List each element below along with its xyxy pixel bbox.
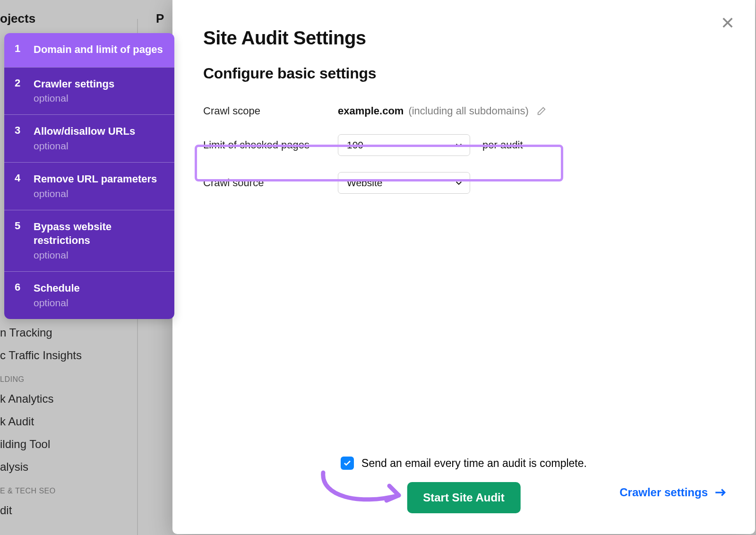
step-domain-limit[interactable]: 1 Domain and limit of pages (4, 33, 174, 67)
crawl-scope-domain: example.com (338, 105, 404, 117)
row-crawl-source: Crawl source Website (203, 168, 727, 198)
step-number: 6 (15, 281, 34, 293)
email-on-complete-row: Send an email every time an audit is com… (341, 457, 587, 470)
step-number: 3 (15, 124, 34, 137)
limit-pages-value: 100 (347, 139, 363, 151)
step-optional: optional (34, 250, 164, 261)
footer-actions: Start Site Audit Crawler settings (172, 482, 755, 515)
step-crawler-settings[interactable]: 2 Crawler settings optional (4, 67, 174, 115)
next-crawler-settings-button[interactable]: Crawler settings (619, 486, 727, 499)
crawl-source-select[interactable]: Website (338, 172, 470, 194)
step-optional: optional (34, 140, 164, 152)
step-schedule[interactable]: 6 Schedule optional (4, 271, 174, 319)
crawl-scope-label: Crawl scope (203, 105, 338, 117)
pencil-icon (536, 106, 547, 116)
modal-content: Site Audit Settings Configure basic sett… (203, 27, 727, 198)
chevron-down-icon (455, 179, 463, 187)
limit-pages-select[interactable]: 100 (338, 134, 470, 156)
next-button-label: Crawler settings (619, 486, 708, 499)
modal-subtitle: Configure basic settings (203, 65, 727, 82)
step-optional: optional (34, 188, 164, 199)
site-audit-settings-modal: Site Audit Settings Configure basic sett… (172, 0, 755, 534)
row-crawl-scope: Crawl scope example.com (including all s… (203, 96, 727, 126)
row-limit-pages: Limit of checked pages 100 per audit (203, 130, 727, 160)
modal-title: Site Audit Settings (203, 27, 727, 49)
step-optional: optional (34, 297, 164, 309)
crawl-source-value: Website (347, 177, 382, 189)
step-title: Schedule (34, 281, 164, 295)
crawl-source-label: Crawl source (203, 177, 338, 189)
step-number: 5 (15, 220, 34, 232)
setup-steps: 1 Domain and limit of pages 2 Crawler se… (4, 33, 174, 319)
arrow-right-icon (714, 487, 727, 498)
step-title: Crawler settings (34, 77, 164, 91)
step-title: Remove URL parameters (34, 172, 164, 186)
step-remove-url-params[interactable]: 4 Remove URL parameters optional (4, 162, 174, 210)
email-on-complete-checkbox[interactable] (341, 457, 354, 470)
start-site-audit-button[interactable]: Start Site Audit (407, 482, 520, 513)
step-title: Domain and limit of pages (34, 43, 164, 57)
limit-pages-suffix: per audit (482, 139, 523, 151)
step-allow-disallow[interactable]: 3 Allow/disallow URLs optional (4, 114, 174, 162)
step-title: Bypass website restrictions (34, 220, 164, 248)
edit-scope-button[interactable] (536, 106, 547, 116)
step-bypass-restrictions[interactable]: 5 Bypass website restrictions optional (4, 210, 174, 271)
modal-footer: Send an email every time an audit is com… (172, 457, 755, 515)
check-icon (343, 459, 352, 467)
email-on-complete-label: Send an email every time an audit is com… (361, 457, 587, 470)
chevron-down-icon (455, 141, 463, 149)
step-number: 4 (15, 172, 34, 184)
crawl-scope-note: (including all subdomains) (408, 105, 528, 117)
step-number: 1 (15, 43, 34, 55)
step-optional: optional (34, 93, 164, 104)
step-title: Allow/disallow URLs (34, 124, 164, 138)
limit-pages-label: Limit of checked pages (203, 139, 338, 151)
step-number: 2 (15, 77, 34, 89)
